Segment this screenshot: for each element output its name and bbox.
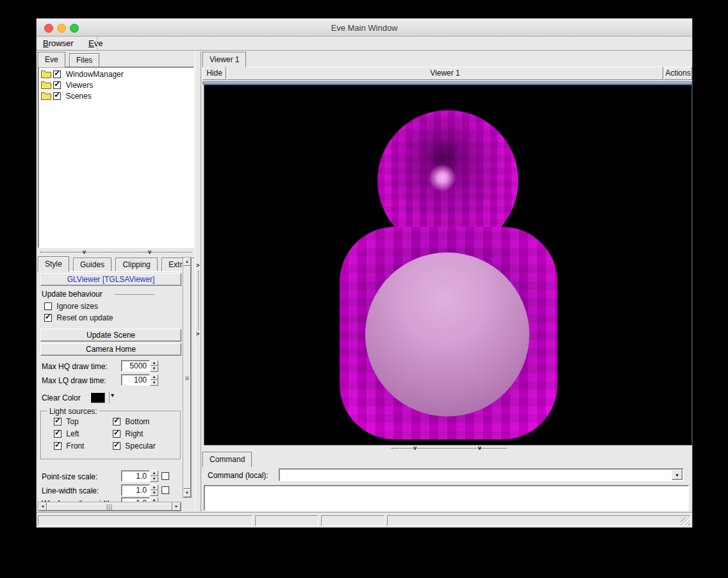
scrollbar-thumb[interactable]: ||| xyxy=(47,502,172,511)
viewer-command-splitter[interactable]: v v xyxy=(203,445,692,451)
spin-down-button[interactable]: ▼ xyxy=(150,366,158,372)
line-width-checkbox[interactable] xyxy=(161,486,169,494)
style-vertical-scrollbar[interactable]: ▲ ≡ ▼ xyxy=(183,257,192,498)
reset-on-update-checkbox[interactable]: ✓ Reset on update xyxy=(44,313,113,322)
tab-extras[interactable]: Extras xyxy=(161,258,197,272)
clear-color-divider xyxy=(109,392,110,403)
status-bar xyxy=(37,513,692,527)
clear-color-dropdown[interactable]: ▾ xyxy=(111,392,114,399)
tree-item-windowmanager[interactable]: ✓ WindowManager xyxy=(38,69,194,80)
menu-item-browser[interactable]: Browser xyxy=(37,37,80,48)
check-mark: ✓ xyxy=(54,91,60,99)
scroll-up-button[interactable]: ▲ xyxy=(183,258,191,266)
splitter-arrow-icon: > xyxy=(196,263,199,268)
tree-item-scenes[interactable]: ✓ Scenes xyxy=(38,91,194,102)
max-lq-row: Max LQ draw time: 100 ▲ ▼ xyxy=(38,374,183,386)
tab-command[interactable]: Command xyxy=(203,452,252,467)
scroll-right-button[interactable]: ► xyxy=(172,502,181,511)
check-mark: ✓ xyxy=(54,69,60,77)
update-scene-button[interactable]: Update Scene xyxy=(40,329,181,342)
splitter-dotted-line xyxy=(198,271,199,330)
group-title-line xyxy=(115,294,154,295)
splitter-dotted-line xyxy=(392,448,507,449)
spin-down-button[interactable]: ▼ xyxy=(150,476,158,482)
glviewer-button[interactable]: GLViewer [TGLSAViewer] xyxy=(40,273,181,286)
line-width-spin-buttons: ▲ ▼ xyxy=(150,484,158,496)
tree-item-label: WindowManager xyxy=(63,70,124,79)
light-front-checkbox[interactable]: ✓ Front xyxy=(54,442,84,450)
light-top-checkbox[interactable]: ✓ Top xyxy=(54,417,79,426)
folder-icon xyxy=(41,81,51,89)
scrollbar-thumb[interactable]: ≡ xyxy=(183,266,191,489)
tree-checkbox[interactable]: ✓ xyxy=(53,81,61,89)
line-width-row: Line-width scale: 1.0 ▲ ▼ xyxy=(38,484,183,496)
style-horizontal-scrollbar[interactable]: ◄ ||| ► xyxy=(38,502,181,511)
check-mark: ✓ xyxy=(113,417,120,424)
command-input[interactable]: ▼ xyxy=(279,468,684,481)
tree-checkbox[interactable]: ✓ xyxy=(53,92,61,100)
max-hq-input[interactable]: 5000 xyxy=(121,360,150,372)
max-hq-spin-buttons: ▲ ▼ xyxy=(150,360,158,372)
spin-up-button[interactable]: ▲ xyxy=(150,484,158,490)
line-width-label: Line-width scale: xyxy=(42,486,99,495)
ignore-sizes-checkbox[interactable]: Ignore sizes xyxy=(44,302,98,311)
hide-button[interactable]: Hide xyxy=(203,67,226,80)
max-hq-row: Max HQ draw time: 5000 ▲ ▼ xyxy=(38,360,183,372)
eve-main-window: Eve Main Window Browser Eve Eve Files ✓ … xyxy=(36,18,693,528)
command-output[interactable] xyxy=(204,485,689,511)
scroll-left-button[interactable]: ◄ xyxy=(38,502,47,511)
command-local-label: Command (local): xyxy=(208,471,269,480)
light-sources-title: Light sources: xyxy=(47,407,99,416)
menu-item-eve[interactable]: Eve xyxy=(82,37,109,48)
check-mark: ✓ xyxy=(54,441,61,449)
spin-up-button[interactable]: ▲ xyxy=(150,374,158,380)
scroll-down-button[interactable]: ▼ xyxy=(183,489,191,497)
status-cell xyxy=(321,515,385,526)
status-cell xyxy=(387,515,691,526)
tree-style-splitter[interactable]: v v xyxy=(38,249,194,256)
tree-item-label: Scenes xyxy=(63,92,92,101)
light-bottom-checkbox[interactable]: ✓ Bottom xyxy=(113,417,149,426)
tab-style[interactable]: Style xyxy=(38,256,69,272)
max-lq-input[interactable]: 100 xyxy=(121,374,150,386)
panel-viewer-splitter[interactable]: > > xyxy=(195,51,201,511)
check-mark: ✓ xyxy=(113,429,120,436)
style-tab-bar: Style Guides Clipping Extras xyxy=(38,256,199,272)
point-size-input[interactable]: 1.0 xyxy=(121,470,150,482)
line-width-input[interactable]: 1.0 xyxy=(121,484,150,496)
spin-down-button[interactable]: ▼ xyxy=(150,490,158,496)
tree-checkbox[interactable]: ✓ xyxy=(53,70,61,78)
light-specular-checkbox[interactable]: ✓ Specular xyxy=(113,442,156,450)
gl-viewport[interactable] xyxy=(204,85,692,445)
menu-bar: Browser Eve xyxy=(37,37,692,51)
resize-grip[interactable] xyxy=(681,517,690,525)
tab-files[interactable]: Files xyxy=(69,53,99,67)
desktop-background: { "window": { "title": "Eve Main Window"… xyxy=(0,0,728,578)
splitter-arrow-icon: v xyxy=(83,249,86,254)
tab-clipping[interactable]: Clipping xyxy=(115,258,157,272)
viewer-title-bar[interactable]: Viewer 1 xyxy=(227,67,663,80)
update-behaviour-title: Update behaviour xyxy=(42,290,103,299)
spin-down-button[interactable]: ▼ xyxy=(150,380,158,386)
check-mark: ✓ xyxy=(54,417,61,424)
tab-guides[interactable]: Guides xyxy=(73,258,112,272)
light-left-checkbox[interactable]: ✓ Left xyxy=(54,429,79,438)
check-mark: ✓ xyxy=(45,313,51,320)
point-size-checkbox[interactable] xyxy=(161,472,169,480)
tab-eve[interactable]: Eve xyxy=(38,52,65,67)
status-cell xyxy=(255,515,318,526)
tree-item-viewers[interactable]: ✓ Viewers xyxy=(38,80,194,91)
command-dropdown-button[interactable]: ▼ xyxy=(672,470,682,480)
camera-home-button[interactable]: Camera Home xyxy=(40,343,181,356)
actions-button[interactable]: Actions xyxy=(664,67,692,80)
command-output-text xyxy=(204,486,207,495)
light-right-checkbox[interactable]: ✓ Right xyxy=(113,429,143,438)
eve-tree-view[interactable]: ✓ WindowManager ✓ Viewers ✓ Scenes xyxy=(38,67,194,248)
spin-up-button[interactable]: ▲ xyxy=(150,470,158,476)
clear-color-swatch[interactable] xyxy=(90,392,105,403)
title-bar[interactable]: Eve Main Window xyxy=(37,19,692,37)
left-tab-bar: Eve Files xyxy=(38,52,101,67)
point-size-row: Point-size scale: 1.0 ▲ ▼ xyxy=(38,470,183,482)
spin-up-button[interactable]: ▲ xyxy=(150,360,158,366)
tab-viewer-1[interactable]: Viewer 1 xyxy=(203,52,246,67)
